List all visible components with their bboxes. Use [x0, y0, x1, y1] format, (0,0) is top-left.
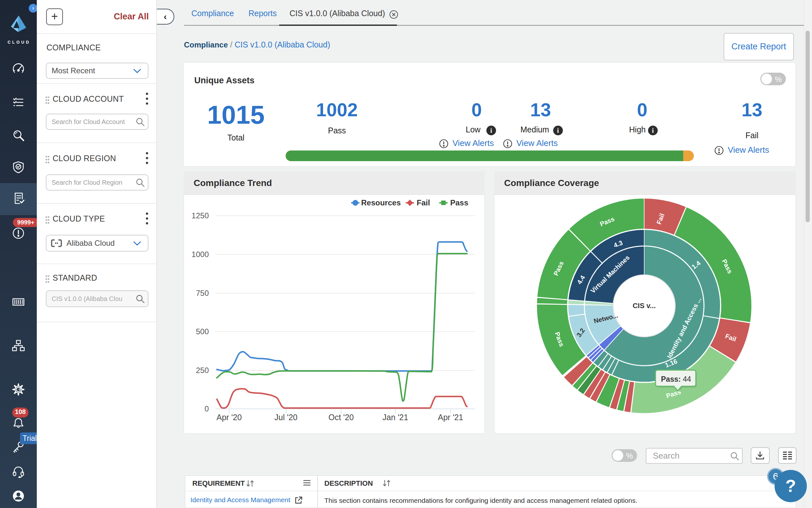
- svg-text:Pass: Pass: [450, 198, 468, 207]
- svg-text:Jan '21: Jan '21: [382, 413, 408, 422]
- svg-text:Oct '20: Oct '20: [329, 413, 354, 422]
- svg-text:250: 250: [196, 366, 209, 375]
- svg-text:Apr '20: Apr '20: [217, 413, 242, 422]
- svg-text:500: 500: [196, 327, 209, 336]
- svg-text:Resources: Resources: [361, 198, 401, 207]
- svg-text:1000: 1000: [192, 250, 209, 259]
- svg-text:750: 750: [196, 289, 209, 297]
- svg-text:Pass: 44: Pass: 44: [661, 375, 691, 383]
- svg-text:1250: 1250: [192, 211, 209, 220]
- svg-text:CIS v...: CIS v...: [632, 302, 656, 310]
- svg-text:Jul '20: Jul '20: [274, 413, 297, 422]
- svg-text:Fail: Fail: [417, 198, 430, 207]
- svg-text:Apr '21: Apr '21: [438, 413, 463, 422]
- svg-text:0: 0: [205, 404, 209, 413]
